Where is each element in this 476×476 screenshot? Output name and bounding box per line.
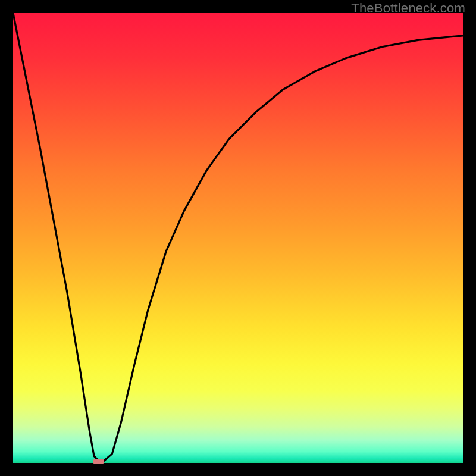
- watermark-text: TheBottleneck.com: [351, 1, 465, 16]
- chart-container: TheBottleneck.com: [0, 0, 476, 476]
- plot-area: [13, 13, 463, 463]
- minimum-marker: [93, 459, 105, 464]
- bottleneck-curve: [13, 13, 463, 462]
- curve-svg: [13, 13, 463, 463]
